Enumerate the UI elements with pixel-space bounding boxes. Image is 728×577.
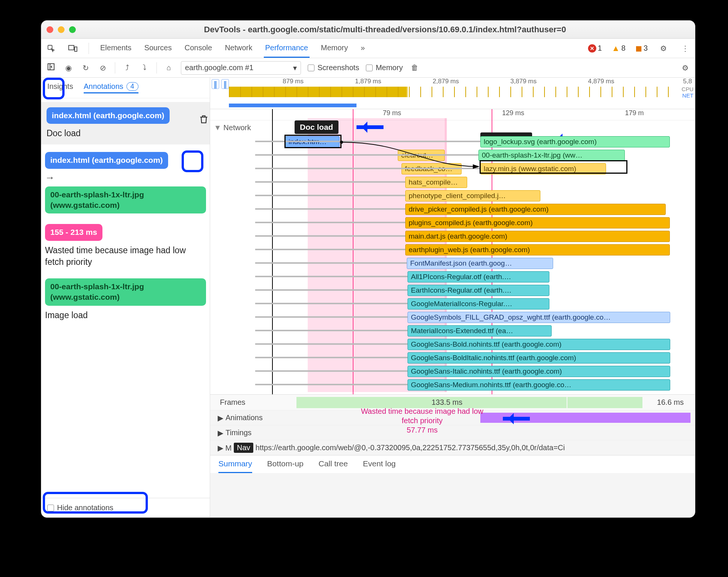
- annotation-pill[interactable]: 00-earth-splash-1x-ltr.jpg (www.gstatic.…: [45, 278, 206, 306]
- network-bar[interactable]: FontManifest.json (earth.goog…: [407, 258, 553, 269]
- frame-time: 133.5 ms: [432, 398, 462, 407]
- hide-annotations-checkbox[interactable]: Hide annotations: [47, 503, 113, 512]
- network-bar[interactable]: main.dart.js (earth.google.com): [405, 231, 670, 242]
- maximize-window-icon[interactable]: [69, 26, 76, 33]
- tab-console[interactable]: Console: [183, 39, 214, 58]
- close-window-icon[interactable]: [47, 26, 53, 33]
- tick: 3,879 ms: [462, 78, 540, 86]
- animations-row[interactable]: ▶ Animations Wasted time because image h…: [210, 410, 695, 425]
- annotation-pill[interactable]: index.html (earth.google.com): [45, 152, 168, 168]
- timeline-main: ‖ ‖ 879 ms 1,879 ms 2,879 ms 3,879 ms 4,…: [210, 78, 695, 517]
- btab-summary[interactable]: Summary: [218, 455, 252, 473]
- svg-rect-2: [75, 47, 77, 51]
- gear-icon[interactable]: ⚙: [657, 44, 669, 53]
- annotation-pill[interactable]: 155 - 213 ms: [45, 224, 102, 240]
- network-bar[interactable]: 00-earth-splash-1x-ltr.jpg (ww…: [478, 150, 625, 161]
- memory-checkbox[interactable]: Memory: [366, 63, 403, 72]
- tick: 129 ms: [453, 109, 574, 120]
- svg-rect-1: [69, 45, 74, 50]
- annotation-desc: Wasted time because image had low fetch …: [45, 245, 206, 268]
- record-icon[interactable]: ◉: [63, 63, 74, 72]
- tab-network[interactable]: Network: [223, 39, 254, 58]
- error-badge[interactable]: ✕1: [588, 44, 602, 53]
- perf-toolbar: ◉ ↻ ⊘ ⤴ ⤵ ⌂ earth.google.com #1▾ Screens…: [41, 58, 695, 78]
- network-bar[interactable]: GoogleSans-Italic.nohints.ttf (earth.goo…: [408, 366, 670, 377]
- clear-icon[interactable]: ⊘: [98, 63, 108, 72]
- selection-box: [284, 135, 341, 148]
- device-icon[interactable]: [67, 45, 79, 52]
- trace-select[interactable]: earth.google.com #1▾: [181, 61, 301, 75]
- btab-calltree[interactable]: Call tree: [319, 455, 348, 473]
- network-bar[interactable]: GoogleSans-Bold.nohints.ttf (earth.googl…: [408, 339, 670, 350]
- btab-bottomup[interactable]: Bottom-up: [267, 455, 304, 473]
- upload-icon[interactable]: ⤴: [122, 63, 132, 72]
- tab-sources[interactable]: Sources: [143, 39, 173, 58]
- annotation-desc: Doc load: [47, 128, 205, 139]
- sidebar-tab-insights[interactable]: Insights: [47, 82, 73, 93]
- network-bar[interactable]: All1PIcons-Regular.otf (earth.…: [408, 271, 549, 282]
- tick: 1,879 ms: [307, 78, 384, 86]
- tick: 5,8: [617, 78, 695, 86]
- network-bar[interactable]: GoogleSans-Medium.nohints.ttf (earth.goo…: [408, 379, 670, 391]
- arrow-icon: →: [45, 172, 206, 183]
- window-title: DevTools - earth.google.com/static/multi…: [80, 25, 690, 35]
- network-bar[interactable]: earthplugin_web.js (earth.google.com): [405, 244, 670, 255]
- network-bar[interactable]: EarthIcons-Regular.otf (earth.…: [408, 285, 549, 296]
- overview[interactable]: ‖ ‖ 879 ms 1,879 ms 2,879 ms 3,879 ms 4,…: [210, 78, 695, 109]
- annotation-desc: Image load: [45, 310, 206, 321]
- sidebar-tab-annotations[interactable]: Annotations4: [84, 82, 138, 93]
- window-titlebar: DevTools - earth.google.com/static/multi…: [41, 21, 695, 39]
- sidebar: Insights Annotations4 index.html (earth.…: [41, 78, 210, 517]
- network-bar[interactable]: GoogleSans-BoldItalic.nohints.ttf (earth…: [408, 352, 670, 364]
- reload-icon[interactable]: ↻: [80, 63, 91, 72]
- delete-icon[interactable]: [199, 114, 209, 126]
- zoom-handle[interactable]: ‖: [212, 79, 219, 89]
- nav-url: https://earth.google.com/web/@0,-0.37320…: [256, 443, 565, 452]
- bottom-tabs: Summary Bottom-up Call tree Event log: [210, 455, 695, 473]
- selection-box: [480, 160, 627, 174]
- panel-toggle-icon[interactable]: [46, 63, 56, 73]
- devtools-tabs: Elements Sources Console Network Perform…: [41, 39, 695, 58]
- network-bar[interactable]: GoogleSymbols_FILL_GRAD_opsz_wght.ttf (e…: [408, 312, 670, 323]
- tab-more[interactable]: »: [359, 39, 366, 58]
- network-section-label[interactable]: Network: [214, 123, 251, 132]
- tick: 2,879 ms: [384, 78, 462, 86]
- network-bar[interactable]: phenotype_client_compiled.j…: [405, 190, 540, 201]
- network-bar[interactable]: GoogleMaterialIcons-Regular.…: [408, 298, 549, 310]
- wasted-label: Wasted time because image had low fetch …: [356, 407, 488, 425]
- frame-time: 16.6 ms: [657, 398, 684, 407]
- trash-icon[interactable]: 🗑: [409, 63, 420, 72]
- warning-badge[interactable]: ▲8: [612, 44, 626, 53]
- home-icon[interactable]: ⌂: [164, 63, 174, 72]
- screenshots-checkbox[interactable]: Screenshots: [308, 63, 359, 72]
- tick: 179 m: [574, 109, 695, 120]
- flamechart[interactable]: 79 ms129 ms179 m Network Doc load Image …: [210, 109, 695, 394]
- network-bar[interactable]: plugins_compiled.js (earth.google.com): [405, 217, 670, 228]
- chevron-down-icon: ▾: [293, 63, 297, 72]
- tick: 879 ms: [229, 78, 307, 86]
- network-bar[interactable]: drive_picker_compiled.js (earth.google.c…: [405, 204, 666, 215]
- annotation-pill[interactable]: 00-earth-splash-1x-ltr.jpg (www.gstatic.…: [45, 186, 206, 214]
- doc-load-tooltip: Doc load: [295, 120, 338, 134]
- timings-row[interactable]: ▶ Timings: [210, 425, 695, 440]
- nav-chip: Nav: [234, 443, 253, 453]
- tick: 4,879 ms: [540, 78, 617, 86]
- kebab-icon[interactable]: ⋮: [679, 44, 691, 53]
- tab-performance[interactable]: Performance: [264, 39, 310, 58]
- network-bar[interactable]: MaterialIcons-Extended.ttf (ea…: [408, 325, 552, 337]
- minimize-window-icon[interactable]: [58, 26, 65, 33]
- annotation-pill[interactable]: index.html (earth.google.com): [47, 107, 170, 124]
- issue-badge[interactable]: ◼3: [635, 44, 648, 53]
- gear-icon[interactable]: ⚙: [680, 63, 690, 72]
- download-icon[interactable]: ⤵: [139, 63, 150, 72]
- inspect-icon[interactable]: [45, 44, 57, 53]
- network-bar[interactable]: hats_compile…: [405, 177, 467, 188]
- tab-memory[interactable]: Memory: [319, 39, 349, 58]
- tab-elements[interactable]: Elements: [99, 39, 133, 58]
- nav-row[interactable]: ▶ M Nav https://earth.google.com/web/@0,…: [210, 440, 695, 455]
- btab-eventlog[interactable]: Event log: [363, 455, 396, 473]
- network-bar[interactable]: logo_lockup.svg (earth.google.com): [480, 136, 670, 147]
- zoom-handle[interactable]: ‖: [221, 79, 229, 89]
